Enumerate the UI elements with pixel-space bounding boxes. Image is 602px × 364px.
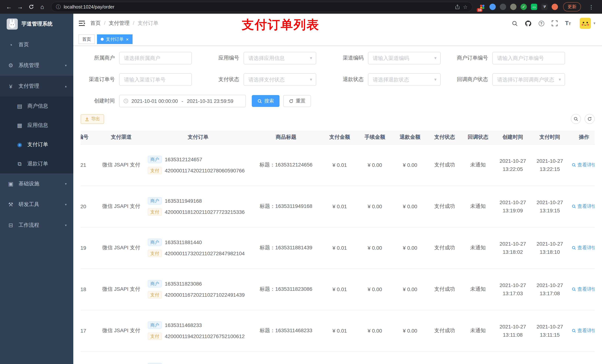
browser-reload-icon[interactable] bbox=[26, 2, 36, 12]
dark-extension-icon[interactable] bbox=[500, 4, 506, 10]
cell-pay-status: 支付成功 bbox=[428, 144, 462, 186]
cell-created-at: 2021-10-27 13:22:05 bbox=[494, 144, 531, 186]
browser-home-icon[interactable]: ⌂ bbox=[37, 2, 47, 12]
view-detail-link[interactable]: 查看详情 bbox=[571, 245, 595, 251]
filter-input[interactable] bbox=[368, 73, 441, 86]
user-menu[interactable]: ▼ bbox=[580, 18, 596, 29]
filter-input[interactable] bbox=[492, 73, 565, 86]
view-detail-link[interactable]: 查看详情 bbox=[571, 203, 595, 210]
chrome-update-button[interactable]: 更新 bbox=[563, 2, 581, 11]
sidebar-item-label: 系统管理 bbox=[19, 62, 39, 69]
cell-notify-status: 未通知 bbox=[462, 227, 494, 269]
cell-amount: ¥ 0.01 bbox=[322, 269, 357, 310]
cell-title: 标题：1635312124656 bbox=[250, 144, 322, 186]
filter-field: ▼ bbox=[244, 73, 316, 86]
magnifier-icon bbox=[571, 287, 576, 291]
url-text[interactable]: localhost:1024/pay/order bbox=[64, 4, 452, 10]
date-range-picker[interactable]: 2021-10-01 00:00:00 - 2021-10-31 23:59:5… bbox=[119, 95, 246, 107]
view-detail-link[interactable]: 查看详情 bbox=[571, 286, 595, 293]
sidebar-item[interactable]: ⚒ 研发工具 ▾ bbox=[0, 194, 73, 215]
table-row[interactable]: 17 微信 JSAPI 支付 商户 1635311468233 bbox=[81, 310, 595, 351]
tab[interactable]: 首页 bbox=[78, 34, 95, 44]
site-info-icon[interactable]: ⓘ bbox=[56, 3, 61, 10]
cell-channel bbox=[96, 351, 146, 364]
filter-input[interactable] bbox=[119, 52, 192, 64]
refresh-table-icon[interactable] bbox=[585, 114, 595, 124]
cell-channel: 微信 JSAPI 支付 bbox=[96, 186, 146, 227]
help-icon[interactable]: ? bbox=[538, 20, 545, 27]
cell-pay-status: 支付成功 bbox=[428, 227, 462, 269]
search-icon bbox=[257, 99, 262, 104]
filter-input[interactable] bbox=[244, 52, 316, 64]
filter-input[interactable] bbox=[492, 52, 565, 64]
sidebar-subitem[interactable]: ◉ 支付订单 bbox=[0, 135, 73, 154]
browser-back-icon[interactable]: ← bbox=[4, 2, 14, 12]
bookmark-star-icon[interactable]: ☆ bbox=[463, 4, 468, 10]
export-button[interactable]: 导出 bbox=[81, 114, 104, 124]
fullscreen-icon[interactable] bbox=[551, 20, 558, 27]
view-detail-link[interactable]: 查看详情 bbox=[571, 327, 595, 334]
cell-created-at: 2021-10-27 13:11:08 bbox=[494, 310, 531, 351]
chrome-menu-icon[interactable]: ⋮ bbox=[587, 4, 595, 10]
sidebar-item[interactable]: ▣ 基础设施 ▾ bbox=[0, 174, 73, 194]
check-extension-icon[interactable]: ✓ bbox=[521, 4, 527, 10]
wechat-extension-icon[interactable]: ▭ bbox=[531, 4, 537, 10]
browser-forward-icon[interactable]: → bbox=[15, 2, 25, 12]
share-icon[interactable] bbox=[455, 4, 460, 9]
table-row[interactable]: 21 微信 JSAPI 支付 商户 1635312124657 bbox=[81, 144, 595, 186]
cell-order-numbers: 商户 1635312124657 支付 42000011742021102780… bbox=[146, 144, 250, 186]
filter-label: 渠道订单号 bbox=[81, 76, 119, 83]
cell-refund bbox=[392, 351, 428, 364]
breadcrumb-item[interactable]: 支付管理 bbox=[101, 20, 129, 27]
olive-extension-icon[interactable] bbox=[510, 4, 516, 10]
profile-avatar-icon[interactable] bbox=[552, 4, 558, 10]
table-toolbar: 导出 bbox=[81, 114, 595, 124]
date-end-value[interactable]: 2021-10-31 23:59:59 bbox=[187, 98, 233, 104]
colorful-extension-icon[interactable]: 10 bbox=[479, 4, 485, 10]
cell-actions: 查看详情 bbox=[568, 310, 595, 351]
cell-notify-status: 未通知 bbox=[462, 144, 494, 186]
cell-id: 17 bbox=[81, 310, 96, 351]
address-bar[interactable]: ⓘ localhost:1024/pay/order ☆ bbox=[51, 2, 473, 12]
reset-button[interactable]: 重置 bbox=[283, 95, 311, 107]
sidebar-item[interactable]: ⚙ 系统管理 ▾ bbox=[0, 55, 73, 76]
table-row[interactable]: 16 商户 1635311851796 bbox=[81, 351, 595, 364]
table-row[interactable]: 20 微信 JSAPI 支付 商户 1635311949168 bbox=[81, 186, 595, 227]
sidebar-logo[interactable]: 芋道管理系统 bbox=[0, 14, 73, 34]
sidebar-subitem[interactable]: ▤ 商户信息 bbox=[0, 96, 73, 116]
sidebar-subitem[interactable]: ▦ 应用信息 bbox=[0, 116, 73, 135]
search-button[interactable]: 搜索 bbox=[252, 95, 280, 107]
search-icon[interactable] bbox=[511, 20, 518, 27]
github-icon[interactable] bbox=[524, 20, 532, 27]
view-detail-link[interactable]: 查看详情 bbox=[571, 162, 595, 168]
cell-refund: ¥ 0.00 bbox=[392, 310, 428, 351]
toggle-search-icon[interactable] bbox=[571, 114, 581, 124]
tab-close-icon[interactable]: × bbox=[126, 37, 129, 42]
chevron-icon: ▾ bbox=[65, 182, 67, 186]
cell-id: 19 bbox=[81, 227, 96, 269]
main-area: 首页 支付管理 支付订单 支付订单列表 bbox=[73, 14, 602, 364]
merchant-info-icon: ▤ bbox=[16, 103, 24, 110]
filter-item: 回调商户状态 ▼ bbox=[454, 73, 565, 86]
table-row[interactable]: 19 微信 JSAPI 支付 商户 1635311881440 bbox=[81, 227, 595, 269]
table-row[interactable]: 18 微信 JSAPI 支付 商户 1635311823086 bbox=[81, 269, 595, 310]
hamburger-icon[interactable] bbox=[73, 14, 90, 33]
date-start-value[interactable]: 2021-10-01 00:00:00 bbox=[131, 98, 178, 104]
sidebar-item[interactable]: ◔ 首页 bbox=[0, 34, 73, 55]
logo-avatar bbox=[7, 19, 18, 30]
filter-input[interactable] bbox=[119, 73, 192, 86]
column-header: 回调状态 bbox=[462, 131, 494, 144]
filter-input[interactable] bbox=[244, 73, 316, 86]
filter-input[interactable] bbox=[368, 52, 441, 64]
breadcrumb-item[interactable]: 首页 bbox=[90, 20, 101, 27]
sidebar-item[interactable]: ¥ 支付管理 ▴ bbox=[0, 76, 73, 96]
breadcrumb-item[interactable]: 支付订单 bbox=[129, 20, 159, 27]
drop-extension-icon[interactable] bbox=[489, 4, 496, 10]
tab[interactable]: 支付订单 × bbox=[97, 34, 132, 44]
chevron-icon: ▴ bbox=[65, 84, 67, 88]
sidebar-item[interactable]: ⊟ 工作流程 ▾ bbox=[0, 215, 73, 236]
extensions-puzzle-icon[interactable]: ⧩ bbox=[541, 4, 548, 10]
sidebar-subitem[interactable]: ⧉ 退款订单 bbox=[0, 154, 73, 174]
font-size-icon[interactable]: TT bbox=[564, 20, 572, 27]
cell-id: 21 bbox=[81, 144, 96, 186]
